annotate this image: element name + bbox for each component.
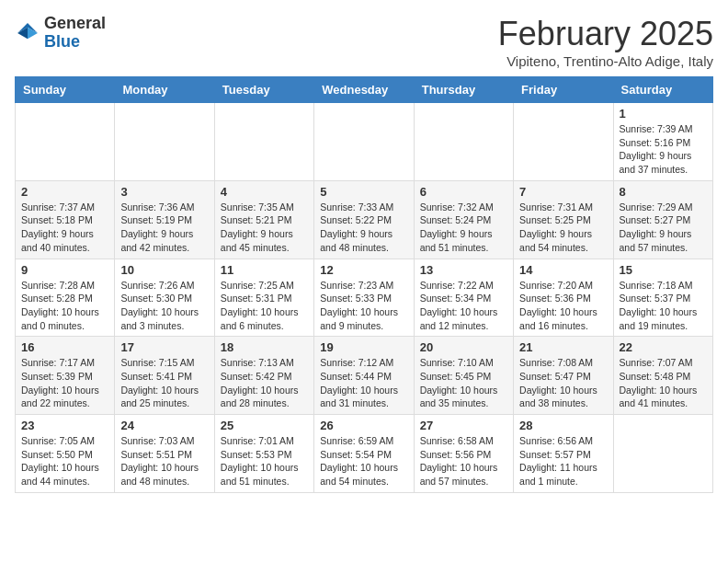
logo-text: General Blue — [44, 15, 106, 52]
day-info: Sunrise: 7:22 AM Sunset: 5:34 PM Dayligh… — [420, 279, 507, 333]
calendar-cell: 17Sunrise: 7:15 AM Sunset: 5:41 PM Dayli… — [115, 337, 214, 415]
day-info: Sunrise: 7:07 AM Sunset: 5:48 PM Dayligh… — [620, 356, 707, 410]
day-number: 4 — [221, 185, 308, 199]
title-block: February 2025 Vipiteno, Trentino-Alto Ad… — [498, 15, 713, 69]
calendar-cell — [314, 103, 414, 181]
day-number: 6 — [420, 185, 507, 199]
calendar-cell: 11Sunrise: 7:25 AM Sunset: 5:31 PM Dayli… — [214, 259, 313, 337]
day-info: Sunrise: 7:33 AM Sunset: 5:22 PM Dayligh… — [320, 201, 407, 255]
day-info: Sunrise: 7:03 AM Sunset: 5:51 PM Dayligh… — [120, 434, 208, 488]
day-header-sunday: Sunday — [16, 77, 115, 103]
day-number: 8 — [620, 185, 707, 199]
calendar-cell: 22Sunrise: 7:07 AM Sunset: 5:48 PM Dayli… — [613, 337, 712, 415]
calendar-cell: 2Sunrise: 7:37 AM Sunset: 5:18 PM Daylig… — [16, 180, 115, 259]
calendar-week-row: 2Sunrise: 7:37 AM Sunset: 5:18 PM Daylig… — [16, 180, 713, 259]
day-number: 13 — [420, 263, 507, 277]
calendar-table: SundayMondayTuesdayWednesdayThursdayFrid… — [15, 76, 713, 493]
day-info: Sunrise: 7:05 AM Sunset: 5:50 PM Dayligh… — [21, 434, 108, 488]
day-info: Sunrise: 7:10 AM Sunset: 5:45 PM Dayligh… — [420, 356, 507, 410]
calendar-cell: 25Sunrise: 7:01 AM Sunset: 5:53 PM Dayli… — [214, 415, 313, 493]
calendar-cell — [214, 103, 313, 181]
day-info: Sunrise: 6:59 AM Sunset: 5:54 PM Dayligh… — [320, 434, 407, 488]
day-number: 19 — [320, 340, 407, 354]
calendar-cell: 1Sunrise: 7:39 AM Sunset: 5:16 PM Daylig… — [613, 103, 712, 181]
day-info: Sunrise: 7:26 AM Sunset: 5:30 PM Dayligh… — [120, 279, 208, 333]
calendar-cell: 20Sunrise: 7:10 AM Sunset: 5:45 PM Dayli… — [414, 337, 513, 415]
logo-general: General — [44, 14, 106, 32]
calendar-cell: 4Sunrise: 7:35 AM Sunset: 5:21 PM Daylig… — [214, 180, 313, 259]
day-number: 3 — [120, 185, 208, 199]
calendar-cell — [613, 415, 712, 493]
calendar-cell: 21Sunrise: 7:08 AM Sunset: 5:47 PM Dayli… — [514, 337, 613, 415]
day-info: Sunrise: 7:08 AM Sunset: 5:47 PM Dayligh… — [519, 356, 607, 410]
day-info: Sunrise: 7:13 AM Sunset: 5:42 PM Dayligh… — [221, 356, 308, 410]
day-number: 1 — [620, 107, 707, 121]
day-info: Sunrise: 7:18 AM Sunset: 5:37 PM Dayligh… — [620, 279, 707, 333]
day-info: Sunrise: 7:25 AM Sunset: 5:31 PM Dayligh… — [221, 279, 308, 333]
day-number: 16 — [21, 340, 108, 354]
day-number: 26 — [320, 419, 407, 432]
day-header-saturday: Saturday — [613, 77, 712, 103]
day-number: 7 — [519, 185, 607, 199]
day-number: 9 — [21, 263, 108, 277]
calendar-cell: 28Sunrise: 6:56 AM Sunset: 5:57 PM Dayli… — [514, 415, 613, 493]
day-info: Sunrise: 7:20 AM Sunset: 5:36 PM Dayligh… — [519, 279, 607, 333]
calendar-week-row: 1Sunrise: 7:39 AM Sunset: 5:16 PM Daylig… — [16, 103, 713, 181]
day-number: 18 — [221, 340, 308, 354]
calendar-cell — [115, 103, 214, 181]
day-number: 20 — [420, 340, 507, 354]
day-info: Sunrise: 7:15 AM Sunset: 5:41 PM Dayligh… — [120, 356, 208, 410]
calendar-cell — [414, 103, 513, 181]
calendar-cell — [514, 103, 613, 181]
day-info: Sunrise: 7:37 AM Sunset: 5:18 PM Dayligh… — [21, 201, 108, 255]
calendar-cell: 6Sunrise: 7:32 AM Sunset: 5:24 PM Daylig… — [414, 180, 513, 259]
day-number: 11 — [221, 263, 308, 277]
day-info: Sunrise: 7:28 AM Sunset: 5:28 PM Dayligh… — [21, 279, 108, 333]
day-number: 14 — [519, 263, 607, 277]
calendar-cell — [16, 103, 115, 181]
day-info: Sunrise: 7:32 AM Sunset: 5:24 PM Dayligh… — [420, 201, 507, 255]
day-info: Sunrise: 7:12 AM Sunset: 5:44 PM Dayligh… — [320, 356, 407, 410]
day-number: 23 — [21, 419, 108, 432]
day-header-friday: Friday — [514, 77, 613, 103]
day-header-monday: Monday — [115, 77, 214, 103]
day-number: 28 — [519, 419, 607, 432]
calendar-cell: 10Sunrise: 7:26 AM Sunset: 5:30 PM Dayli… — [115, 259, 214, 337]
day-info: Sunrise: 6:56 AM Sunset: 5:57 PM Dayligh… — [519, 434, 607, 488]
day-info: Sunrise: 7:35 AM Sunset: 5:21 PM Dayligh… — [221, 201, 308, 255]
day-number: 22 — [620, 340, 707, 354]
day-number: 17 — [120, 340, 208, 354]
day-info: Sunrise: 6:58 AM Sunset: 5:56 PM Dayligh… — [420, 434, 507, 488]
day-number: 25 — [221, 419, 308, 432]
calendar-cell: 24Sunrise: 7:03 AM Sunset: 5:51 PM Dayli… — [115, 415, 214, 493]
calendar-cell: 5Sunrise: 7:33 AM Sunset: 5:22 PM Daylig… — [314, 180, 414, 259]
day-info: Sunrise: 7:31 AM Sunset: 5:25 PM Dayligh… — [519, 201, 607, 255]
logo-icon — [15, 20, 40, 46]
day-number: 15 — [620, 263, 707, 277]
location: Vipiteno, Trentino-Alto Adige, Italy — [498, 53, 713, 69]
calendar-cell: 8Sunrise: 7:29 AM Sunset: 5:27 PM Daylig… — [613, 180, 712, 259]
calendar-cell: 18Sunrise: 7:13 AM Sunset: 5:42 PM Dayli… — [214, 337, 313, 415]
day-number: 5 — [320, 185, 407, 199]
day-info: Sunrise: 7:39 AM Sunset: 5:16 PM Dayligh… — [620, 122, 707, 177]
calendar-cell: 12Sunrise: 7:23 AM Sunset: 5:33 PM Dayli… — [314, 259, 414, 337]
day-header-tuesday: Tuesday — [214, 77, 313, 103]
calendar-cell: 27Sunrise: 6:58 AM Sunset: 5:56 PM Dayli… — [414, 415, 513, 493]
day-header-wednesday: Wednesday — [314, 77, 414, 103]
day-info: Sunrise: 7:23 AM Sunset: 5:33 PM Dayligh… — [320, 279, 407, 333]
calendar-cell: 26Sunrise: 6:59 AM Sunset: 5:54 PM Dayli… — [314, 415, 414, 493]
calendar-cell: 9Sunrise: 7:28 AM Sunset: 5:28 PM Daylig… — [16, 259, 115, 337]
calendar-cell: 3Sunrise: 7:36 AM Sunset: 5:19 PM Daylig… — [115, 180, 214, 259]
calendar-week-row: 16Sunrise: 7:17 AM Sunset: 5:39 PM Dayli… — [16, 337, 713, 415]
logo: General Blue — [15, 15, 106, 52]
calendar-cell: 19Sunrise: 7:12 AM Sunset: 5:44 PM Dayli… — [314, 337, 414, 415]
day-info: Sunrise: 7:36 AM Sunset: 5:19 PM Dayligh… — [120, 201, 208, 255]
day-number: 12 — [320, 263, 407, 277]
calendar-week-row: 23Sunrise: 7:05 AM Sunset: 5:50 PM Dayli… — [16, 415, 713, 493]
calendar-cell: 23Sunrise: 7:05 AM Sunset: 5:50 PM Dayli… — [16, 415, 115, 493]
calendar-cell: 15Sunrise: 7:18 AM Sunset: 5:37 PM Dayli… — [613, 259, 712, 337]
calendar-cell: 14Sunrise: 7:20 AM Sunset: 5:36 PM Dayli… — [514, 259, 613, 337]
calendar-cell: 13Sunrise: 7:22 AM Sunset: 5:34 PM Dayli… — [414, 259, 513, 337]
day-number: 21 — [519, 340, 607, 354]
calendar-cell: 16Sunrise: 7:17 AM Sunset: 5:39 PM Dayli… — [16, 337, 115, 415]
